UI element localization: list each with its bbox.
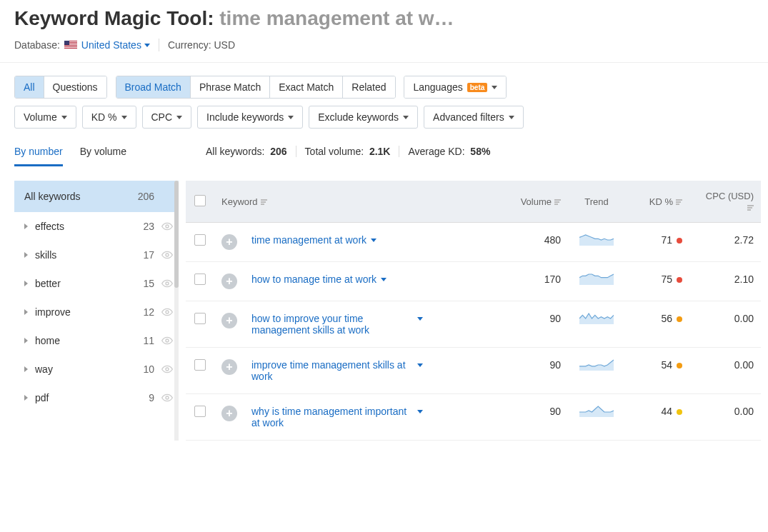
sidebar-item-improve[interactable]: improve12 bbox=[14, 298, 179, 326]
content: Keyword Volume Trend KD % CPC (USD) +tim… bbox=[186, 181, 768, 441]
cell-cpc: 2.10 bbox=[689, 262, 761, 301]
add-keyword-button[interactable]: + bbox=[221, 359, 237, 375]
cell-cpc: 0.00 bbox=[689, 394, 761, 441]
sidebar-item-count: 9 bbox=[149, 392, 154, 403]
row-checkbox[interactable] bbox=[194, 234, 206, 246]
keyword-group-list: All keywords 206 effects23skills17better… bbox=[14, 181, 179, 412]
eye-icon[interactable] bbox=[161, 392, 173, 403]
match-related[interactable]: Related bbox=[343, 76, 394, 98]
tab-by-number[interactable]: By number bbox=[14, 146, 63, 166]
cell-volume: 170 bbox=[497, 262, 568, 301]
scope-questions[interactable]: Questions bbox=[44, 76, 106, 98]
sidebar-item-way[interactable]: way10 bbox=[14, 355, 179, 383]
row-checkbox[interactable] bbox=[194, 359, 206, 371]
add-keyword-button[interactable]: + bbox=[221, 313, 237, 328]
languages-dropdown[interactable]: Languages beta bbox=[404, 76, 507, 99]
database-select[interactable]: Database: United States bbox=[14, 39, 150, 51]
eye-icon[interactable] bbox=[161, 335, 173, 346]
sidebar-item-count: 23 bbox=[143, 221, 154, 232]
tab-by-volume[interactable]: By volume bbox=[80, 146, 126, 166]
difficulty-dot-icon bbox=[677, 316, 682, 322]
sidebar-item-better[interactable]: better15 bbox=[14, 269, 179, 298]
match-broad-match[interactable]: Broad Match bbox=[116, 76, 191, 98]
filter-exclude-keywords[interactable]: Exclude keywords bbox=[309, 106, 418, 129]
cell-volume: 90 bbox=[497, 348, 568, 394]
filter-volume[interactable]: Volume bbox=[14, 106, 76, 129]
match-phrase-match[interactable]: Phrase Match bbox=[191, 76, 270, 98]
cell-kd: 71 bbox=[625, 223, 689, 262]
add-keyword-button[interactable]: + bbox=[221, 406, 237, 421]
col-trend[interactable]: Trend bbox=[568, 181, 625, 223]
eye-icon[interactable] bbox=[161, 278, 173, 289]
cell-cpc: 2.72 bbox=[689, 223, 761, 262]
chevron-down-icon bbox=[417, 317, 423, 321]
col-checkbox bbox=[186, 181, 214, 223]
divider bbox=[296, 146, 296, 157]
header: Keyword Magic Tool: time management at w… bbox=[0, 0, 768, 62]
sort-icon bbox=[676, 199, 682, 205]
eye-icon[interactable] bbox=[161, 363, 173, 375]
match-exact-match[interactable]: Exact Match bbox=[270, 76, 343, 98]
add-keyword-button[interactable]: + bbox=[221, 273, 237, 289]
sidebar-item-all[interactable]: All keywords 206 bbox=[14, 181, 179, 212]
stat-kd-label: Average KD: bbox=[408, 146, 464, 157]
chevron-down-icon bbox=[509, 116, 514, 119]
eye-icon[interactable] bbox=[161, 249, 173, 261]
chevron-down-icon bbox=[403, 116, 409, 119]
filter-include-keywords[interactable]: Include keywords bbox=[197, 106, 303, 129]
row-checkbox[interactable] bbox=[194, 313, 206, 324]
cell-trend bbox=[568, 394, 625, 441]
chevron-down-icon bbox=[61, 116, 67, 119]
database-value[interactable]: United States bbox=[81, 39, 150, 51]
cell-kd: 44 bbox=[625, 394, 689, 441]
chevron-right-icon bbox=[24, 366, 28, 372]
select-all-checkbox[interactable] bbox=[194, 195, 206, 206]
add-keyword-button[interactable]: + bbox=[221, 234, 237, 250]
sidebar-item-label: way bbox=[35, 363, 143, 375]
keyword-link[interactable]: why is time management important at work bbox=[251, 406, 423, 428]
scrollbar-thumb[interactable] bbox=[174, 181, 179, 288]
database-label: Database: bbox=[14, 39, 60, 51]
keyword-link[interactable]: time management at work bbox=[251, 234, 376, 246]
scope-all[interactable]: All bbox=[15, 76, 44, 98]
sidebar-all-label: All keywords bbox=[24, 191, 138, 202]
chevron-right-icon bbox=[24, 338, 28, 343]
us-flag-icon bbox=[64, 41, 77, 49]
sidebar-all-count: 206 bbox=[138, 191, 154, 202]
currency-label: Currency: USD bbox=[168, 39, 235, 51]
chevron-down-icon bbox=[381, 278, 387, 281]
col-keyword[interactable]: Keyword bbox=[214, 181, 497, 223]
sidebar-item-effects[interactable]: effects23 bbox=[14, 212, 179, 241]
sidebar-item-skills[interactable]: skills17 bbox=[14, 241, 179, 269]
row-checkbox[interactable] bbox=[194, 273, 206, 285]
sidebar-item-label: improve bbox=[35, 306, 143, 318]
col-kd[interactable]: KD % bbox=[625, 181, 689, 223]
row-checkbox[interactable] bbox=[194, 406, 206, 417]
cell-trend bbox=[568, 301, 625, 348]
col-cpc[interactable]: CPC (USD) bbox=[689, 181, 761, 223]
cell-kd: 56 bbox=[625, 301, 689, 348]
eye-icon[interactable] bbox=[161, 306, 173, 318]
filter-advanced-filters[interactable]: Advanced filters bbox=[424, 106, 524, 129]
difficulty-dot-icon bbox=[677, 409, 682, 415]
col-volume[interactable]: Volume bbox=[497, 181, 568, 223]
table-row: +why is time management important at wor… bbox=[186, 394, 761, 441]
keyword-link[interactable]: how to manage time at work bbox=[251, 273, 387, 285]
sidebar-item-home[interactable]: home11 bbox=[14, 326, 179, 355]
svg-point-4 bbox=[166, 339, 169, 342]
chevron-down-icon bbox=[371, 239, 376, 242]
keyword-link[interactable]: how to improve your time management skil… bbox=[251, 313, 423, 336]
filters: AllQuestions Broad MatchPhrase MatchExac… bbox=[0, 76, 768, 146]
eye-icon[interactable] bbox=[161, 221, 173, 232]
sidebar-item-pdf[interactable]: pdf9 bbox=[14, 383, 179, 412]
sidebar-item-label: better bbox=[35, 278, 143, 289]
divider bbox=[399, 146, 399, 157]
filter-cpc[interactable]: CPC bbox=[142, 106, 192, 129]
table-row: +how to improve your time management ski… bbox=[186, 301, 761, 348]
filter-kd-[interactable]: KD % bbox=[82, 106, 136, 129]
keyword-link[interactable]: improve time management skills at work bbox=[251, 359, 423, 382]
difficulty-dot-icon bbox=[677, 363, 682, 368]
cell-cpc: 0.00 bbox=[689, 348, 761, 394]
languages-item[interactable]: Languages beta bbox=[404, 76, 506, 98]
sidebar-item-label: skills bbox=[35, 249, 143, 261]
